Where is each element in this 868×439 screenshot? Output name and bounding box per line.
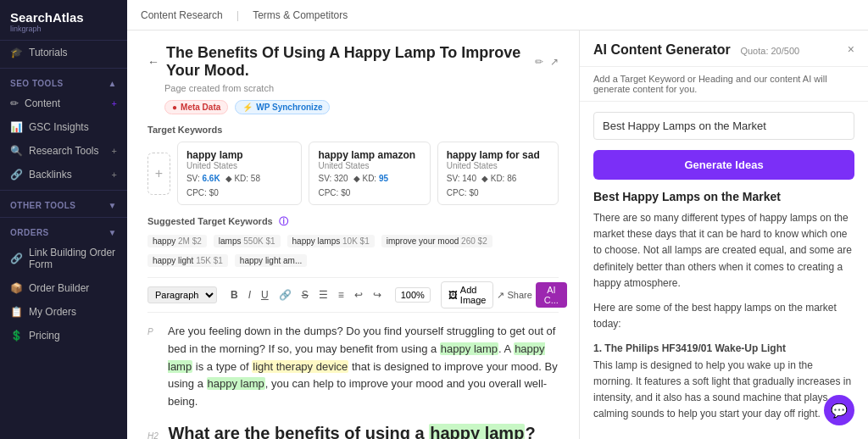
tutorials-icon: 🎓 [10, 47, 23, 58]
back-button[interactable]: ← [147, 55, 159, 69]
kw-kd-2: 86 [507, 174, 516, 183]
plus-icon: + [112, 98, 117, 108]
keyword-card-2: happy lamp for sad United States SV: 140… [437, 142, 559, 205]
chevron-down-icon-2: ▼ [108, 228, 117, 237]
kw-kd-0: 58 [251, 174, 260, 183]
strike-button[interactable]: S [298, 287, 312, 303]
ai-keyword-field[interactable] [593, 112, 854, 140]
kw-stats-2: SV: 140 ◆ KD: 86 CPC: $0 [447, 174, 549, 197]
meta-dot-icon: ● [172, 103, 177, 112]
editor-content: P Are you feeling down in the dumps? Do … [147, 323, 559, 439]
kw-kd-1: 95 [379, 174, 388, 183]
wp-sync-badge[interactable]: ⚡ WP Synchronize [235, 100, 330, 114]
plus-icon-2: + [112, 146, 117, 156]
ai-result-intro: There are so many different types of hap… [593, 210, 854, 292]
sugg-tag-5[interactable]: happy light am... [235, 254, 307, 267]
share-icon[interactable]: ↗ [550, 56, 559, 68]
paragraph-select[interactable]: Paragraph [147, 286, 217, 303]
ai-content-button[interactable]: AI C... [536, 282, 567, 308]
editor-container: ← The Benefits Of Using A Happy Lamp To … [127, 31, 868, 439]
keyword-card-0: happy lamp United States SV: 6.6K ◆ KD: … [177, 142, 303, 205]
kw-cpc-1: $0 [341, 188, 350, 197]
divider-orders [0, 217, 127, 218]
logo: SearchAtlas linkgraph [0, 0, 127, 41]
kw-stats-0: SV: 6.6K ◆ KD: 58 CPC: $0 [186, 174, 293, 197]
nav-content-research[interactable]: Content Research [141, 9, 223, 21]
editor-main: ← The Benefits Of Using A Happy Lamp To … [127, 31, 580, 439]
sidebar-item-my-orders[interactable]: 📋 My Orders [0, 300, 127, 324]
ai-list-item-1: 2. The Philips HF3520/60 Somneo This lam… [593, 427, 854, 439]
add-keyword-button[interactable]: + [147, 153, 170, 195]
ai-panel-header: AI Content Generator Quota: 20/500 × [580, 31, 868, 67]
nav-terms-competitors[interactable]: Terms & Competitors [253, 9, 348, 21]
sugg-tag-1[interactable]: lamps 550K $1 [214, 235, 281, 247]
sugg-tag-0[interactable]: happy 2M $2 [147, 235, 207, 247]
keywords-label: Target Keywords [147, 125, 559, 135]
divider-other [0, 190, 127, 191]
sugg-tag-4[interactable]: happy light 15K $1 [147, 254, 228, 267]
ai-quota: Quota: 20/500 [740, 46, 799, 56]
order-builder-icon: 📦 [10, 282, 23, 294]
bold-button[interactable]: B [227, 287, 242, 303]
ai-result: Best Happy Lamps on the Market There are… [580, 190, 868, 439]
para-label-1: P [147, 323, 161, 339]
undo-button[interactable]: ↩ [351, 287, 366, 303]
sidebar-item-backlinks[interactable]: 🔗 Backlinks + [0, 163, 127, 186]
ai-result-intro2: Here are some of the best happy lamps on… [593, 300, 854, 332]
kw-sv-1: 320 [334, 174, 348, 183]
ai-generate-button[interactable]: Generate Ideas [593, 150, 854, 180]
ai-panel: AI Content Generator Quota: 20/500 × Add… [580, 31, 868, 439]
suggested-keywords-row: happy 2M $2 lamps 550K $1 happy lamps 10… [147, 235, 559, 267]
content-icon: ✏ [10, 97, 19, 109]
sugg-tag-3[interactable]: improve your mood 260 $2 [381, 235, 492, 247]
sidebar-item-gsc[interactable]: 📊 GSC Insights [0, 115, 127, 139]
sidebar-link-building-label: Link Building Order Form [29, 247, 117, 270]
sidebar-research-label: Research Tools [29, 145, 99, 157]
underline-button[interactable]: U [258, 287, 272, 303]
sidebar: SearchAtlas linkgraph 🎓 Tutorials SEO TO… [0, 0, 127, 439]
gsc-icon: 📊 [10, 121, 23, 133]
chat-bubble[interactable]: 💬 [824, 395, 854, 425]
nav-separator: | [236, 8, 239, 21]
list-unordered-button[interactable]: ☰ [315, 287, 331, 303]
sidebar-order-builder-label: Order Builder [29, 282, 89, 294]
sidebar-item-link-building[interactable]: 🔗 Link Building Order Form [0, 241, 127, 276]
kw-region-1: United States [318, 161, 420, 170]
sidebar-item-research[interactable]: 🔍 Research Tools + [0, 139, 127, 163]
add-image-button[interactable]: 🖼 Add Image [441, 281, 494, 308]
sidebar-item-order-builder[interactable]: 📦 Order Builder [0, 276, 127, 300]
h2-block: H2 What are the benefits of using a happ… [147, 420, 559, 439]
kw-sv-2: 140 [462, 174, 476, 183]
wp-icon: ⚡ [242, 103, 253, 112]
ai-close-button[interactable]: × [848, 42, 854, 56]
sugg-tag-2[interactable]: happy lamps 10K $1 [287, 235, 375, 247]
share-button[interactable]: ↗ Share [497, 290, 531, 301]
edit-icon[interactable]: ✏ [535, 56, 543, 68]
main-area: Content Research | Terms & Competitors ←… [127, 0, 868, 439]
para-text-1[interactable]: Are you feeling down in the dumps? Do yo… [168, 323, 559, 411]
h2-label: H2 [147, 431, 159, 439]
editor-toolbar: Paragraph B I U 🔗 S ☰ ≡ ↩ ↪ 100% 🖼 Add I… [147, 277, 559, 313]
research-icon: 🔍 [10, 145, 23, 157]
ai-list-item-0: 1. The Philips HF3419/01 Wake-Up Light T… [593, 341, 854, 422]
h2-text[interactable]: What are the benefits of using a happy l… [168, 424, 535, 439]
redo-button[interactable]: ↪ [370, 287, 385, 303]
sidebar-item-content[interactable]: ✏ Content + [0, 92, 127, 115]
sidebar-item-pricing[interactable]: 💲 Pricing [0, 324, 127, 347]
ai-panel-title: AI Content Generator Quota: 20/500 [593, 42, 799, 58]
info-icon: ⓘ [279, 216, 288, 226]
my-orders-icon: 📋 [10, 306, 23, 318]
kw-cpc-2: $0 [469, 188, 478, 197]
sidebar-item-tutorials[interactable]: 🎓 Tutorials [0, 41, 127, 64]
ai-subtitle: Add a Target Keyword or Heading and our … [580, 67, 868, 102]
italic-button[interactable]: I [245, 287, 254, 303]
list-ordered-button[interactable]: ≡ [335, 287, 348, 303]
kw-region-0: United States [186, 161, 293, 170]
pricing-icon: 💲 [10, 330, 23, 342]
link-button[interactable]: 🔗 [275, 287, 295, 303]
kw-region-2: United States [447, 161, 549, 170]
other-tools-header: OthER Tools ▼ [0, 194, 127, 214]
sidebar-backlinks-label: Backlinks [29, 169, 72, 181]
meta-data-badge[interactable]: ● Meta Data [164, 100, 228, 114]
ai-keyword-input-wrapper [593, 112, 854, 140]
